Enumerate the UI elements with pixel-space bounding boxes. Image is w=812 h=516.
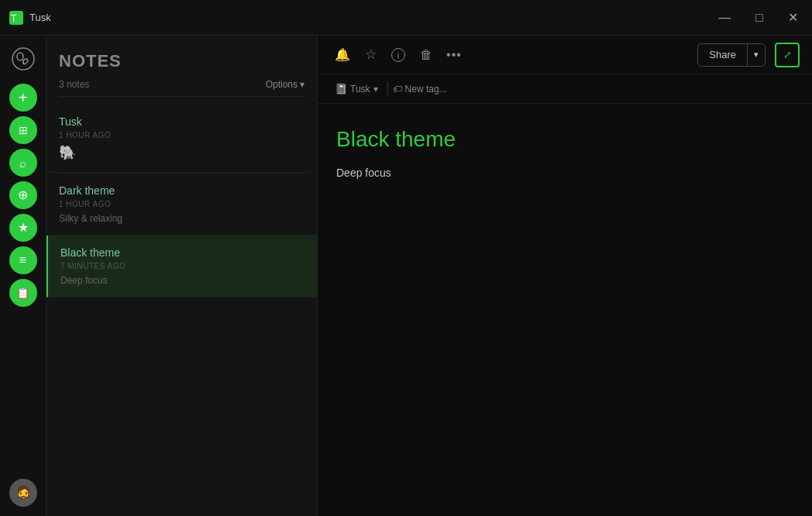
star-button[interactable]: ☆	[358, 43, 383, 67]
alarm-button[interactable]: 🔔	[330, 43, 355, 67]
new-note-button[interactable]: +	[9, 84, 37, 112]
maximize-button[interactable]: □	[751, 10, 768, 26]
note-editor-title[interactable]: Black theme	[336, 127, 793, 152]
user-avatar[interactable]: 🧔	[9, 479, 37, 507]
note-editor-body[interactable]: Deep focus	[336, 164, 793, 181]
share-dropdown-button[interactable]: ▾	[748, 46, 765, 64]
notes-panel: NOTES 3 notes Options ▾ Tusk 1 HOUR AGO …	[46, 36, 318, 516]
tags-icon: 📋	[16, 287, 29, 298]
shortcuts-icon: ⊞	[19, 125, 28, 136]
note-time: 7 MINUTES AGO	[60, 262, 304, 270]
new-tag-button[interactable]: 🏷 New tag...	[393, 84, 447, 95]
note-item-tusk[interactable]: Tusk 1 HOUR AGO 🐘	[46, 105, 317, 173]
titlebar-controls: — □ ✕	[714, 10, 803, 26]
titlebar: T Tusk — □ ✕	[0, 0, 812, 36]
evernote-logo	[9, 45, 37, 73]
info-icon: i	[391, 48, 405, 62]
info-button[interactable]: i	[386, 43, 411, 67]
titlebar-left: T Tusk	[9, 11, 51, 25]
notes-header: NOTES 3 notes Options ▾	[46, 36, 317, 105]
share-button-group: Share ▾	[697, 43, 766, 67]
tag-icon: 🏷	[393, 84, 402, 95]
sidebar: + ⊞ ⌕ ⊕ ★ ≡ 📋 🧔	[0, 36, 46, 516]
note-item-black-theme[interactable]: Black theme 7 MINUTES AGO Deep focus	[46, 236, 317, 298]
chevron-down-icon: ▾	[300, 79, 304, 90]
starred-button[interactable]: ★	[9, 214, 37, 242]
close-button[interactable]: ✕	[783, 10, 803, 26]
note-preview: Silky & relaxing	[59, 213, 304, 224]
note-title: Dark theme	[59, 184, 304, 197]
shortcuts-button[interactable]: ⊞	[9, 116, 37, 144]
note-time: 1 HOUR AGO	[59, 131, 304, 139]
expand-icon: ⤢	[783, 49, 792, 60]
notebook-selector[interactable]: 📓 Tusk ▾	[330, 81, 383, 96]
avatar-image: 🧔	[15, 484, 32, 501]
app-title: Tusk	[29, 12, 51, 23]
note-time: 1 HOUR AGO	[59, 200, 304, 208]
alarm-icon: 🔔	[335, 47, 350, 62]
note-item-dark-theme[interactable]: Dark theme 1 HOUR AGO Silky & relaxing	[46, 174, 317, 236]
note-title: Tusk	[59, 115, 304, 128]
note-preview: 🐘	[59, 144, 304, 161]
search-icon: ⌕	[19, 157, 26, 169]
shared-button[interactable]: ⊕	[9, 181, 37, 209]
notebook-icon: 📓	[335, 83, 347, 95]
more-icon: •••	[446, 48, 462, 62]
trash-button[interactable]: 🗑	[414, 43, 439, 67]
notes-meta: 3 notes Options ▾	[59, 79, 304, 97]
svg-text:T: T	[11, 13, 17, 24]
search-button[interactable]: ⌕	[9, 149, 37, 177]
trash-icon: 🗑	[420, 48, 432, 62]
star-icon: ★	[18, 222, 29, 234]
minimize-button[interactable]: —	[714, 10, 735, 26]
editor-toolbar: 🔔 ☆ i 🗑 ••• Share ▾ ⤢	[318, 36, 812, 74]
notes-title: NOTES	[59, 51, 304, 71]
chevron-down-icon: ▾	[373, 84, 378, 95]
notes-options-button[interactable]: Options ▾	[266, 79, 304, 90]
editor-subtoolbar: 📓 Tusk ▾ 🏷 New tag...	[318, 74, 812, 104]
tag-divider	[387, 82, 388, 96]
share-button[interactable]: Share	[698, 45, 747, 64]
tags-button[interactable]: 📋	[9, 279, 37, 307]
note-preview: Deep focus	[60, 275, 304, 286]
notebook-label: Tusk	[350, 84, 370, 95]
main-layout: + ⊞ ⌕ ⊕ ★ ≡ 📋 🧔 NOTES 3 notes	[0, 36, 812, 516]
editor-panel: 🔔 ☆ i 🗑 ••• Share ▾ ⤢	[318, 36, 812, 516]
notebooks-button[interactable]: ≡	[9, 246, 37, 274]
plus-icon: +	[19, 90, 28, 105]
star-icon: ☆	[365, 46, 377, 63]
expand-button[interactable]: ⤢	[775, 43, 800, 67]
app-icon: T	[9, 11, 23, 25]
more-button[interactable]: •••	[442, 43, 466, 67]
notes-list: Tusk 1 HOUR AGO 🐘 Dark theme 1 HOUR AGO …	[46, 105, 317, 516]
notebooks-icon: ≡	[19, 254, 26, 267]
svg-point-3	[17, 53, 23, 60]
editor-content[interactable]: Black theme Deep focus	[318, 104, 812, 516]
notes-count: 3 notes	[59, 79, 89, 90]
note-title: Black theme	[60, 246, 304, 259]
shared-icon: ⊕	[18, 189, 28, 201]
